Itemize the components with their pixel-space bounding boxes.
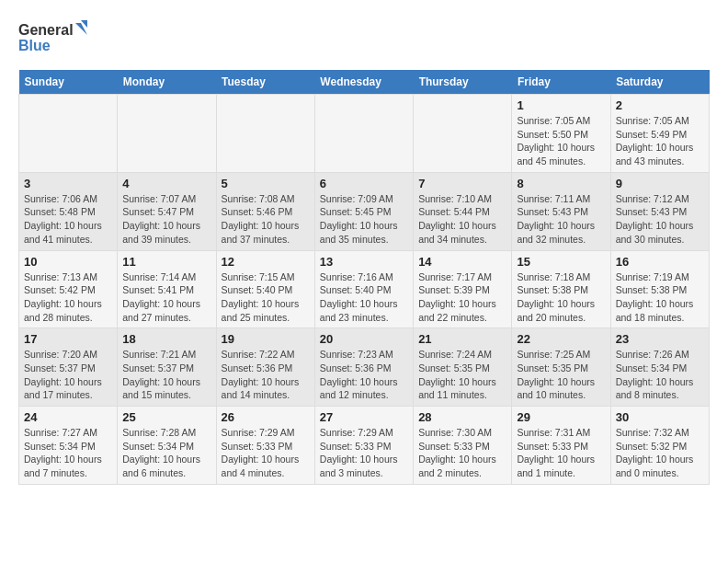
calendar-cell: 6Sunrise: 7:09 AM Sunset: 5:45 PM Daylig… — [314, 172, 413, 250]
calendar-cell: 9Sunrise: 7:12 AM Sunset: 5:43 PM Daylig… — [610, 172, 709, 250]
calendar-cell: 4Sunrise: 7:07 AM Sunset: 5:47 PM Daylig… — [118, 172, 216, 250]
day-info: Sunrise: 7:06 AM Sunset: 5:48 PM Dayligh… — [24, 192, 112, 247]
calendar-cell — [118, 95, 216, 173]
calendar-cell: 18Sunrise: 7:21 AM Sunset: 5:37 PM Dayli… — [118, 328, 216, 407]
calendar-cell: 15Sunrise: 7:18 AM Sunset: 5:38 PM Dayli… — [512, 250, 610, 328]
calendar-cell: 11Sunrise: 7:14 AM Sunset: 5:41 PM Dayli… — [118, 250, 216, 328]
day-info: Sunrise: 7:12 AM Sunset: 5:43 PM Dayligh… — [616, 192, 704, 247]
day-info: Sunrise: 7:20 AM Sunset: 5:37 PM Dayligh… — [24, 348, 112, 402]
day-info: Sunrise: 7:09 AM Sunset: 5:45 PM Dayligh… — [320, 192, 408, 247]
day-of-week-header: Thursday — [414, 70, 512, 95]
day-info: Sunrise: 7:11 AM Sunset: 5:43 PM Dayligh… — [517, 192, 605, 247]
day-number: 15 — [517, 255, 605, 269]
header: GeneralBlue — [18, 18, 710, 55]
day-number: 17 — [24, 332, 112, 346]
day-number: 4 — [122, 177, 210, 190]
day-info: Sunrise: 7:29 AM Sunset: 5:33 PM Dayligh… — [222, 426, 310, 480]
calendar-cell — [314, 95, 413, 173]
day-info: Sunrise: 7:19 AM Sunset: 5:38 PM Dayligh… — [616, 270, 704, 325]
day-number: 1 — [517, 98, 605, 112]
day-number: 7 — [418, 177, 506, 190]
day-number: 5 — [222, 177, 310, 190]
calendar-table: SundayMondayTuesdayWednesdayThursdayFrid… — [18, 70, 710, 485]
day-number: 21 — [418, 332, 506, 346]
calendar-cell: 21Sunrise: 7:24 AM Sunset: 5:35 PM Dayli… — [414, 328, 512, 407]
calendar-cell: 19Sunrise: 7:22 AM Sunset: 5:36 PM Dayli… — [216, 328, 314, 407]
day-info: Sunrise: 7:18 AM Sunset: 5:38 PM Dayligh… — [517, 270, 605, 325]
calendar-cell: 10Sunrise: 7:13 AM Sunset: 5:42 PM Dayli… — [19, 250, 118, 328]
day-number: 18 — [122, 332, 210, 346]
day-number: 14 — [418, 255, 506, 269]
day-info: Sunrise: 7:15 AM Sunset: 5:40 PM Dayligh… — [222, 270, 310, 325]
day-info: Sunrise: 7:23 AM Sunset: 5:36 PM Dayligh… — [320, 348, 408, 402]
calendar-week-row: 24Sunrise: 7:27 AM Sunset: 5:34 PM Dayli… — [19, 407, 710, 485]
day-number: 28 — [418, 410, 506, 424]
calendar-week-row: 10Sunrise: 7:13 AM Sunset: 5:42 PM Dayli… — [19, 250, 710, 328]
day-number: 12 — [222, 255, 310, 269]
calendar-cell: 22Sunrise: 7:25 AM Sunset: 5:35 PM Dayli… — [512, 328, 610, 407]
calendar-cell: 8Sunrise: 7:11 AM Sunset: 5:43 PM Daylig… — [512, 172, 610, 250]
day-info: Sunrise: 7:05 AM Sunset: 5:50 PM Dayligh… — [517, 114, 605, 168]
day-number: 23 — [616, 332, 704, 346]
day-number: 9 — [616, 177, 704, 190]
day-number: 13 — [320, 255, 408, 269]
svg-text:General: General — [18, 22, 74, 38]
calendar-cell: 25Sunrise: 7:28 AM Sunset: 5:34 PM Dayli… — [118, 407, 216, 485]
logo-svg: GeneralBlue — [18, 18, 92, 55]
day-info: Sunrise: 7:32 AM Sunset: 5:32 PM Dayligh… — [616, 426, 704, 480]
calendar-cell: 23Sunrise: 7:26 AM Sunset: 5:34 PM Dayli… — [610, 328, 709, 407]
day-info: Sunrise: 7:26 AM Sunset: 5:34 PM Dayligh… — [616, 348, 704, 402]
calendar-cell: 28Sunrise: 7:30 AM Sunset: 5:33 PM Dayli… — [414, 407, 512, 485]
calendar-cell — [19, 95, 118, 173]
calendar-cell — [216, 95, 314, 173]
day-info: Sunrise: 7:29 AM Sunset: 5:33 PM Dayligh… — [320, 426, 408, 480]
day-number: 16 — [616, 255, 704, 269]
svg-text:Blue: Blue — [18, 38, 51, 53]
day-number: 19 — [222, 332, 310, 346]
day-info: Sunrise: 7:21 AM Sunset: 5:37 PM Dayligh… — [122, 348, 210, 402]
day-number: 20 — [320, 332, 408, 346]
day-number: 26 — [222, 410, 310, 424]
day-of-week-header: Saturday — [610, 70, 709, 95]
day-of-week-header: Sunday — [19, 70, 118, 95]
calendar-cell: 13Sunrise: 7:16 AM Sunset: 5:40 PM Dayli… — [314, 250, 413, 328]
calendar-cell: 3Sunrise: 7:06 AM Sunset: 5:48 PM Daylig… — [19, 172, 118, 250]
day-info: Sunrise: 7:10 AM Sunset: 5:44 PM Dayligh… — [418, 192, 506, 247]
day-number: 24 — [24, 410, 112, 424]
calendar-cell: 7Sunrise: 7:10 AM Sunset: 5:44 PM Daylig… — [414, 172, 512, 250]
day-number: 10 — [24, 255, 112, 269]
calendar-cell — [414, 95, 512, 173]
day-info: Sunrise: 7:05 AM Sunset: 5:49 PM Dayligh… — [616, 114, 704, 168]
day-number: 2 — [616, 98, 704, 112]
day-of-week-header: Tuesday — [216, 70, 314, 95]
calendar-cell: 2Sunrise: 7:05 AM Sunset: 5:49 PM Daylig… — [610, 95, 709, 173]
calendar-cell: 12Sunrise: 7:15 AM Sunset: 5:40 PM Dayli… — [216, 250, 314, 328]
logo: GeneralBlue — [18, 18, 92, 55]
day-of-week-header: Monday — [118, 70, 216, 95]
calendar-cell: 17Sunrise: 7:20 AM Sunset: 5:37 PM Dayli… — [19, 328, 118, 407]
calendar-week-row: 17Sunrise: 7:20 AM Sunset: 5:37 PM Dayli… — [19, 328, 710, 407]
day-number: 3 — [24, 177, 112, 190]
day-number: 29 — [517, 410, 605, 424]
day-number: 27 — [320, 410, 408, 424]
day-info: Sunrise: 7:22 AM Sunset: 5:36 PM Dayligh… — [222, 348, 310, 402]
calendar-header-row: SundayMondayTuesdayWednesdayThursdayFrid… — [19, 70, 710, 95]
calendar-cell: 26Sunrise: 7:29 AM Sunset: 5:33 PM Dayli… — [216, 407, 314, 485]
day-info: Sunrise: 7:07 AM Sunset: 5:47 PM Dayligh… — [122, 192, 210, 247]
day-number: 22 — [517, 332, 605, 346]
day-info: Sunrise: 7:28 AM Sunset: 5:34 PM Dayligh… — [122, 426, 210, 480]
day-info: Sunrise: 7:08 AM Sunset: 5:46 PM Dayligh… — [222, 192, 310, 247]
day-number: 30 — [616, 410, 704, 424]
day-number: 6 — [320, 177, 408, 190]
calendar-week-row: 3Sunrise: 7:06 AM Sunset: 5:48 PM Daylig… — [19, 172, 710, 250]
calendar-cell: 20Sunrise: 7:23 AM Sunset: 5:36 PM Dayli… — [314, 328, 413, 407]
calendar-cell: 1Sunrise: 7:05 AM Sunset: 5:50 PM Daylig… — [512, 95, 610, 173]
calendar-cell: 14Sunrise: 7:17 AM Sunset: 5:39 PM Dayli… — [414, 250, 512, 328]
day-of-week-header: Friday — [512, 70, 610, 95]
calendar-cell: 27Sunrise: 7:29 AM Sunset: 5:33 PM Dayli… — [314, 407, 413, 485]
calendar-cell: 5Sunrise: 7:08 AM Sunset: 5:46 PM Daylig… — [216, 172, 314, 250]
day-number: 25 — [122, 410, 210, 424]
calendar-cell: 24Sunrise: 7:27 AM Sunset: 5:34 PM Dayli… — [19, 407, 118, 485]
calendar-week-row: 1Sunrise: 7:05 AM Sunset: 5:50 PM Daylig… — [19, 95, 710, 173]
day-info: Sunrise: 7:13 AM Sunset: 5:42 PM Dayligh… — [24, 270, 112, 325]
